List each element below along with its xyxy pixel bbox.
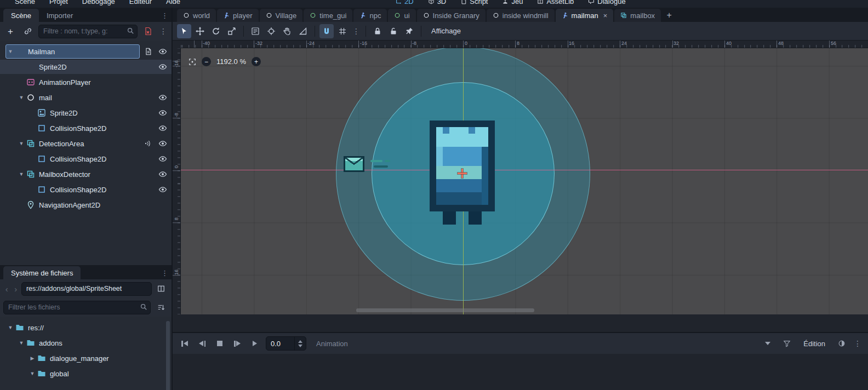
collapse-arrow-icon[interactable]: ▼ [27,371,37,376]
animation-menu-dots-icon[interactable]: ⋮ [853,339,863,348]
collapse-arrow-icon[interactable]: ▼ [16,171,26,177]
scene-tab-inside-windmill[interactable]: inside windmill [487,9,555,22]
select-tool-button[interactable] [177,24,191,38]
tree-row-collisionshape2d[interactable]: CollisionShape2D [0,151,172,167]
workspace-game[interactable]: Jeu [497,0,528,5]
pan-tool-button[interactable] [280,24,294,38]
pivot-tool-button[interactable] [264,24,278,38]
tree-row-mail[interactable]: ▼ mail [0,90,172,105]
fs-row-addons[interactable]: ▼ addons [0,335,172,351]
node-origin-gizmo[interactable] [458,169,467,178]
visibility-eye-icon[interactable] [158,62,167,71]
tree-row-collisionshape2d[interactable]: CollisionShape2D [0,182,172,197]
new-scene-tab-button[interactable]: + [662,9,676,22]
scene-tab-inside-granary[interactable]: Inside Granary [417,9,486,22]
scene-tab-ui[interactable]: ui [388,9,415,22]
tree-row-collisionshape2d[interactable]: CollisionShape2D [0,121,172,136]
visibility-eye-icon[interactable] [158,154,167,163]
animation-time-input[interactable] [266,340,294,348]
zoom-out-button[interactable]: − [202,57,211,66]
instantiate-scene-button[interactable] [21,24,35,38]
visibility-eye-icon[interactable] [158,108,167,117]
filter-tracks-button[interactable] [780,337,793,350]
tree-row-detectionarea[interactable]: ▼ DetectionArea [0,136,172,151]
current-path-field[interactable] [21,282,152,296]
menu-scene[interactable]: Scène [8,0,42,5]
rotate-tool-button[interactable] [209,24,223,38]
scene-tab-mailbox[interactable]: mailbox [614,9,661,22]
menu-debug[interactable]: Débogage [75,0,122,5]
scene-tab-time-gui[interactable]: time_gui [304,9,352,22]
grid-snap-button[interactable] [335,24,350,38]
scene-tab-village[interactable]: Village [260,9,303,22]
mail-sprite[interactable] [344,156,364,172]
visibility-eye-icon[interactable] [158,185,167,194]
tree-row-sprite2d-child[interactable]: Sprite2D [0,105,172,121]
spin-down-icon[interactable] [298,345,302,347]
file-sort-button[interactable] [154,300,168,314]
dock-menu-dots-icon[interactable]: ⋮ [161,12,168,20]
close-tab-icon[interactable]: × [603,12,608,20]
workspace-dialogue[interactable]: Dialogue [583,0,630,5]
play-backwards-button[interactable] [196,337,209,350]
workspace-script[interactable]: Script [455,0,493,5]
animation-picker[interactable]: Animation [311,340,776,348]
visibility-eye-icon[interactable] [158,47,167,56]
stop-button[interactable] [213,337,226,350]
spinbox-arrows[interactable] [294,337,306,350]
detach-script-button[interactable] [141,24,155,38]
snap-options-dots-icon[interactable]: ⋮ [351,27,361,36]
scene-filter-input[interactable] [38,25,138,38]
play-button[interactable] [248,337,261,350]
filesystem-scrollbar[interactable] [166,321,170,390]
scene-tab-mailman[interactable]: mailman× [556,9,614,22]
history-forward-icon[interactable]: › [12,284,19,294]
filesystem-menu-dots-icon[interactable]: ⋮ [161,269,168,277]
collapse-arrow-icon[interactable]: ▼ [16,340,26,346]
fs-row-dialogue-manager[interactable]: ▶ dialogue_manager [0,351,172,366]
visibility-eye-icon[interactable] [158,139,167,148]
scene-tree-menu-dots-icon[interactable]: ⋮ [158,27,168,36]
edition-menu-button[interactable]: Édition [798,336,831,351]
onion-skinning-button[interactable] [835,337,848,350]
visibility-eye-icon[interactable] [158,124,167,133]
tree-row-animationplayer[interactable]: AnimationPlayer [0,74,172,90]
menu-help[interactable]: Aide [159,0,187,5]
tree-row-sprite2d[interactable]: Sprite2D [0,59,172,74]
lock-node-button[interactable] [370,24,385,38]
fs-row-global[interactable]: ▼ global [0,366,172,381]
attached-script-icon[interactable] [144,48,152,55]
menu-editor[interactable]: Éditeur [122,0,159,5]
smart-snap-button[interactable] [319,24,334,38]
tree-row-navigationagent2d[interactable]: NavigationAgent2D [0,197,172,213]
move-tool-button[interactable] [193,24,207,38]
tab-import-dock[interactable]: Importer [39,9,81,22]
file-filter-input[interactable] [3,301,151,314]
center-view-icon[interactable] [189,58,196,66]
collapse-arrow-icon[interactable]: ▼ [5,49,15,54]
unlock-node-button[interactable] [386,24,401,38]
group-node-button[interactable] [402,24,416,38]
tree-row-mailman[interactable]: ▼ Mailman [0,44,172,59]
canvas-horizontal-scrollbar[interactable] [356,308,534,312]
spin-up-icon[interactable] [298,340,302,343]
collapse-arrow-icon[interactable]: ▼ [16,141,26,146]
zoom-in-button[interactable]: + [252,57,261,66]
collapse-arrow-icon[interactable]: ▼ [16,95,26,100]
menu-project[interactable]: Projet [42,0,75,5]
workspace-2d[interactable]: 2D [390,0,419,5]
add-node-button[interactable]: + [3,24,18,38]
signal-connected-icon[interactable] [144,140,152,147]
visibility-eye-icon[interactable] [158,93,167,102]
zoom-level[interactable]: 1192.0 % [216,58,246,66]
expand-arrow-icon[interactable]: ▶ [27,355,37,361]
collapse-arrow-icon[interactable]: ▼ [5,325,15,330]
play-from-start-button[interactable] [231,337,244,350]
view-menu-button[interactable]: Affichage [426,24,466,38]
scene-tab-player[interactable]: player [217,9,258,22]
history-back-icon[interactable]: ‹ [3,284,10,294]
tab-filesystem[interactable]: Système de fichiers [3,266,81,279]
ruler-tool-button[interactable] [296,24,310,38]
list-select-button[interactable] [248,24,262,38]
split-view-button[interactable] [154,282,168,296]
